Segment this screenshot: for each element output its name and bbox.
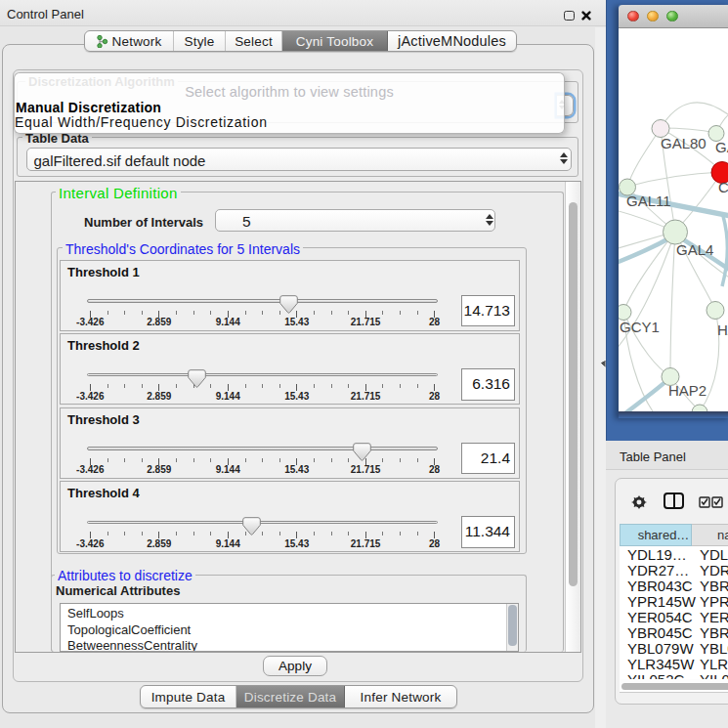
svg-text:GCY1: GCY1 [620,319,660,335]
svg-text:HAP2: HAP2 [668,382,707,399]
svg-text:GAL4: GAL4 [676,241,713,258]
svg-text:C: C [718,179,728,195]
svg-text:GAL80: GAL80 [661,135,707,151]
svg-text:GAL11: GAL11 [626,193,671,209]
svg-text:HA: HA [717,321,728,338]
svg-text:GA: GA [715,139,728,155]
